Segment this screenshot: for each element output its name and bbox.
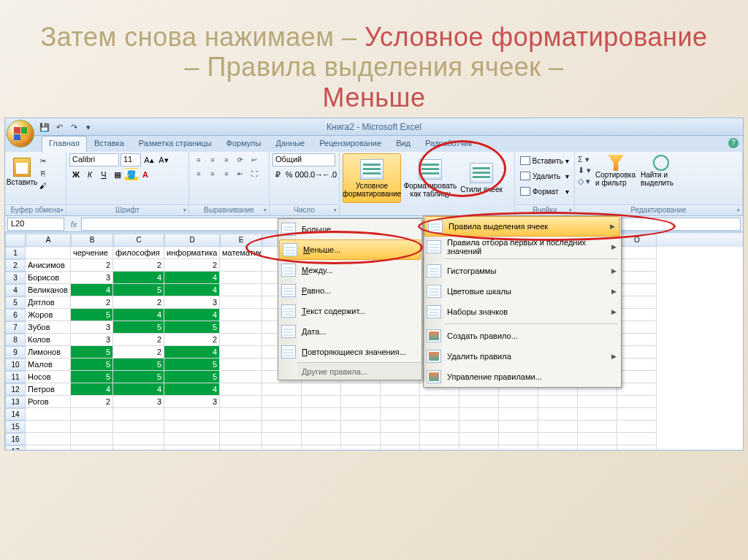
number-format-input[interactable]: Общий [272,153,335,166]
cell[interactable]: 2 [164,334,220,346]
italic-button[interactable]: К [83,168,96,181]
cell[interactable]: 2 [71,296,113,309]
row-header[interactable]: 9 [5,346,26,358]
cell[interactable] [220,396,262,408]
cell[interactable] [420,421,459,433]
cell[interactable]: 2 [71,259,113,272]
cell[interactable] [381,383,420,396]
cell[interactable] [26,433,71,445]
cell[interactable] [617,284,657,296]
row-header[interactable]: 6 [5,309,26,321]
cell[interactable] [302,421,341,433]
cell[interactable]: 3 [71,321,113,334]
row-header[interactable]: 5 [5,296,26,309]
cell[interactable]: 5 [71,358,113,371]
cell[interactable] [538,421,578,433]
menu-item[interactable]: Наборы значков▶ [424,302,621,322]
fx-icon[interactable]: fx [66,220,81,229]
cell[interactable] [26,408,71,421]
redo-icon[interactable]: ↷ [68,121,80,133]
align-bot-icon[interactable]: ≡ [220,153,233,166]
row-header[interactable]: 14 [5,408,26,421]
cell[interactable] [538,445,578,450]
find-select-button[interactable]: Найти и выделить [641,155,682,187]
cell[interactable] [617,396,657,408]
cell[interactable] [302,383,341,396]
cell[interactable]: 4 [113,272,164,284]
cell[interactable]: 5 [113,371,164,383]
cell[interactable]: Зубов [26,321,71,334]
col-header[interactable]: C [113,234,164,247]
cell[interactable]: 2 [113,296,164,309]
cell[interactable] [420,396,459,408]
copy-icon[interactable]: ⎘ [36,167,50,179]
align-top-icon[interactable]: ≡ [192,153,205,166]
cell[interactable] [459,396,499,408]
row-header[interactable]: 2 [5,259,26,272]
cell[interactable] [538,396,578,408]
cell[interactable] [220,259,262,272]
save-icon[interactable]: 💾 [39,121,50,133]
insert-cells-button[interactable]: Вставить▾ [518,153,571,168]
cell[interactable]: 2 [113,346,164,358]
cell[interactable] [262,396,302,408]
cell[interactable] [341,421,381,433]
fill-color-icon[interactable]: 🪣 [125,168,138,181]
cell[interactable] [220,421,262,433]
menu-item[interactable]: Цветовые шкалы▶ [424,281,621,302]
menu-item[interactable]: Меньше... [279,239,421,260]
cell[interactable] [459,433,499,445]
row-header[interactable]: 12 [5,383,26,396]
tab-формулы[interactable]: Формулы [219,136,269,152]
cell[interactable]: математика [220,247,262,259]
cell[interactable]: Великанов [26,284,71,296]
align-center-icon[interactable]: ≡ [206,167,219,180]
bold-button[interactable]: Ж [69,168,83,181]
paste-button[interactable]: Вставить [8,153,36,190]
menu-item[interactable]: Правила выделения ячеек▶ [424,216,620,237]
format-cells-button[interactable]: Формат▾ [518,184,571,199]
cell[interactable] [71,408,113,421]
cell[interactable] [341,433,381,445]
cell[interactable] [617,321,657,334]
cell[interactable] [499,396,538,408]
cell[interactable] [220,445,262,450]
cell[interactable] [302,433,341,445]
cell[interactable]: 3 [71,272,113,284]
sort-filter-button[interactable]: Сортировка и фильтр [595,155,636,187]
cell[interactable] [617,358,657,371]
cell[interactable]: Малов [26,358,71,371]
menu-item[interactable]: Больше... [278,219,421,239]
cell[interactable] [341,383,381,396]
cell[interactable]: 4 [164,309,220,321]
cell[interactable] [617,371,657,383]
cell[interactable] [302,408,341,421]
cell[interactable] [220,358,262,371]
cell[interactable] [220,433,262,445]
qat-dropdown-icon[interactable]: ▾ [83,121,94,133]
cell[interactable] [459,445,499,450]
cell[interactable]: Петров [26,383,71,396]
cell[interactable]: Анисимов [26,259,71,272]
cell[interactable]: Лимонов [26,346,71,358]
row-header[interactable]: 7 [5,321,26,334]
cell[interactable]: 5 [113,358,164,371]
cell[interactable]: Носов [26,371,71,383]
cell[interactable]: 3 [164,396,220,408]
cell[interactable]: 3 [113,396,164,408]
undo-icon[interactable]: ↶ [53,121,65,133]
cell[interactable]: философия [113,247,164,259]
cell[interactable] [538,408,578,421]
menu-item[interactable]: Создать правило... [424,326,621,346]
cell[interactable] [262,445,302,450]
tab-главная[interactable]: Главная [42,136,87,152]
cell[interactable] [220,321,262,334]
cell[interactable] [341,408,381,421]
cell[interactable] [459,408,499,421]
cell[interactable] [499,433,538,445]
cell[interactable]: 4 [164,346,220,358]
clear-icon[interactable]: ◇ ▾ [578,177,591,186]
cell[interactable]: Дятлов [26,296,71,309]
cell[interactable] [617,334,657,346]
font-size-input[interactable]: 11 [121,153,141,166]
